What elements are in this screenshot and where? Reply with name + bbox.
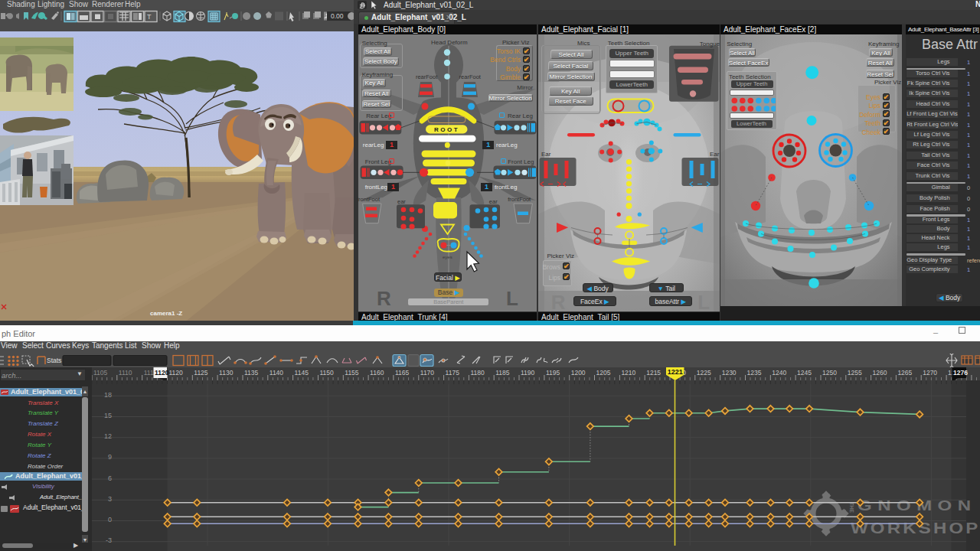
svg-text:1255: 1255 — [848, 369, 862, 377]
svg-text:1160: 1160 — [370, 369, 384, 377]
svg-text:6: 6 — [108, 474, 112, 482]
svg-text:15: 15 — [104, 412, 112, 419]
svg-text:eyes: eyes — [443, 255, 452, 259]
svg-text:1185: 1185 — [495, 369, 510, 377]
svg-text:1145: 1145 — [295, 369, 309, 377]
svg-text:1120: 1120 — [169, 369, 184, 377]
svg-text:1125: 1125 — [194, 369, 208, 377]
svg-text:1265: 1265 — [897, 369, 912, 377]
svg-text:1140: 1140 — [270, 369, 284, 377]
svg-text:0: 0 — [108, 516, 112, 523]
svg-text:1205: 1205 — [596, 369, 611, 377]
svg-text:3: 3 — [108, 495, 112, 503]
svg-text:1170: 1170 — [420, 369, 435, 377]
svg-text:1270: 1270 — [923, 369, 937, 377]
svg-text:1190: 1190 — [521, 369, 535, 377]
svg-text:9: 9 — [108, 453, 112, 461]
svg-text:1180: 1180 — [470, 369, 485, 377]
svg-text:1230: 1230 — [722, 369, 737, 377]
svg-text:1225: 1225 — [697, 369, 711, 377]
svg-text:1155: 1155 — [345, 369, 359, 377]
svg-text:1120: 1120 — [155, 369, 169, 377]
svg-text:1200: 1200 — [571, 369, 586, 377]
svg-text:1245: 1245 — [797, 369, 812, 377]
svg-text:1240: 1240 — [772, 369, 786, 377]
svg-text:1135: 1135 — [244, 369, 259, 377]
svg-text:1150: 1150 — [320, 369, 335, 377]
svg-text:0.00: 0.00 — [331, 12, 344, 20]
svg-text:1110: 1110 — [119, 369, 132, 377]
svg-text:GNOMON: GNOMON — [858, 497, 977, 514]
svg-text:12: 12 — [104, 432, 112, 440]
svg-text:1195: 1195 — [546, 369, 560, 377]
svg-text:1215: 1215 — [646, 369, 661, 377]
svg-text:1130: 1130 — [219, 369, 234, 377]
svg-text:-3: -3 — [106, 536, 112, 544]
svg-text:WORKSHOP: WORKSHOP — [851, 520, 980, 537]
svg-text:1210: 1210 — [621, 369, 635, 377]
svg-text:1165: 1165 — [395, 369, 410, 377]
svg-text:1276: 1276 — [953, 369, 968, 377]
svg-text:ROOT: ROOT — [434, 126, 459, 133]
svg-text:18: 18 — [104, 391, 112, 399]
svg-text:THE: THE — [849, 502, 854, 513]
svg-text:1105: 1105 — [93, 369, 108, 377]
svg-text:T: T — [147, 13, 152, 21]
svg-text:camera1 -Z: camera1 -Z — [150, 310, 182, 317]
svg-text:1235: 1235 — [747, 369, 762, 377]
svg-text:Stats: Stats — [47, 357, 61, 364]
svg-text:1260: 1260 — [873, 369, 887, 377]
svg-text:1250: 1250 — [822, 369, 837, 377]
svg-text:1175: 1175 — [446, 369, 460, 377]
